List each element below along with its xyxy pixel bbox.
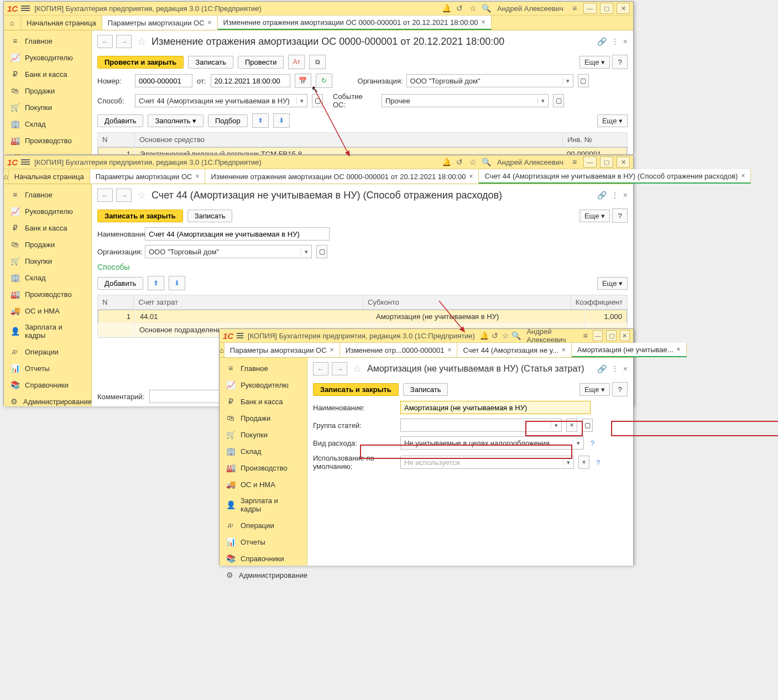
help-button[interactable]: ? <box>612 382 628 396</box>
help-button[interactable]: ? <box>612 55 628 69</box>
tab-params[interactable]: Параметры амортизации ОС× <box>102 15 218 30</box>
org-select[interactable]: ООО "Торговый дом"▾ <box>406 74 573 87</box>
date-input[interactable] <box>211 74 290 87</box>
event-select[interactable]: Прочее▾ <box>382 94 549 107</box>
hamburger-icon[interactable] <box>21 5 30 12</box>
sb-manager[interactable]: 📈Руководителю <box>4 49 91 66</box>
more-button[interactable]: Еще ▾ <box>579 56 610 69</box>
kind-select[interactable]: Не учитываемые в целях налогообложения▾ <box>400 436 584 450</box>
clear-icon[interactable]: × <box>578 456 589 469</box>
close-page-icon[interactable]: × <box>623 364 628 373</box>
tab-method[interactable]: Счет 44 (Амортизация не учитываемая в НУ… <box>479 169 751 184</box>
nav-fwd-button[interactable]: → <box>332 362 347 375</box>
calendar-icon[interactable]: 📅 <box>295 74 311 88</box>
name-input[interactable] <box>400 401 591 414</box>
link-icon[interactable]: 🔗 <box>597 191 607 200</box>
group-select[interactable]: ▾ <box>400 419 562 432</box>
bell-icon[interactable]: 🔔 <box>479 330 489 341</box>
help-button[interactable]: ? <box>612 208 628 223</box>
chevron-down-icon[interactable]: ▾ <box>537 97 548 105</box>
open-event-icon[interactable]: ▢ <box>553 94 564 107</box>
sb-manager[interactable]: 📈Руководителю <box>4 203 91 220</box>
name-input[interactable] <box>145 227 330 241</box>
add-button[interactable]: Добавить <box>97 114 143 127</box>
search-icon[interactable]: 🔍 <box>481 156 492 168</box>
close-icon[interactable]: × <box>330 346 334 354</box>
sb-production[interactable]: 🏭Производство <box>4 286 91 302</box>
chevron-down-icon[interactable]: ▾ <box>562 77 573 85</box>
tab-cost-item[interactable]: Амортизация (не учитывае...× <box>572 343 687 357</box>
close-icon[interactable]: × <box>562 346 566 354</box>
settings-lines-icon[interactable]: ≡ <box>581 330 589 341</box>
sb-bank[interactable]: ₽Банк и касса <box>4 220 91 236</box>
bell-icon[interactable]: 🔔 <box>441 3 452 14</box>
tab-change[interactable]: Изменение отр...0000-000001× <box>340 343 458 357</box>
structure-icon[interactable]: ⧉ <box>309 55 326 69</box>
tab-params[interactable]: Параметры амортизации ОС× <box>90 169 206 184</box>
sb-production[interactable]: 🏭Производство <box>4 132 91 149</box>
sb-sales[interactable]: 🛍Продажи <box>220 410 307 426</box>
close-icon[interactable]: × <box>741 172 745 180</box>
search-icon[interactable]: 🔍 <box>511 330 521 341</box>
favorite-icon[interactable]: ☆ <box>137 189 146 201</box>
nav-back-button[interactable]: ← <box>313 362 328 375</box>
history-icon[interactable]: ↺ <box>454 156 465 168</box>
write-button[interactable]: Записать <box>188 56 233 69</box>
table-more-button[interactable]: Еще ▾ <box>597 114 628 127</box>
sb-references[interactable]: 📚Справочники <box>4 377 91 393</box>
history-icon[interactable]: ↺ <box>491 330 499 341</box>
table-row[interactable]: 1 44.01 Амортизация (не учитываемая в НУ… <box>98 310 627 323</box>
table-more-button[interactable]: Еще ▾ <box>597 277 628 290</box>
clear-icon[interactable]: × <box>566 419 577 432</box>
close-icon[interactable]: × <box>195 173 199 180</box>
sb-purchases[interactable]: 🛒Покупки <box>4 253 91 269</box>
close-window-button[interactable]: ✕ <box>620 330 630 341</box>
add-button[interactable]: Добавить <box>97 277 143 290</box>
write-and-close-button[interactable]: Записать и закрыть <box>97 210 183 222</box>
method-select[interactable]: Счет 44 (Амортизация не учитываемая в НУ… <box>135 94 307 107</box>
sb-reports[interactable]: 📊Отчеты <box>220 534 307 550</box>
sb-production[interactable]: 🏭Производство <box>220 459 307 476</box>
close-icon[interactable]: × <box>469 173 473 180</box>
link-icon[interactable]: 🔗 <box>597 37 607 46</box>
chevron-down-icon[interactable]: ▾ <box>301 248 311 255</box>
home-icon[interactable]: ⌂ <box>4 169 9 184</box>
bell-icon[interactable]: 🔔 <box>441 156 452 168</box>
sb-purchases[interactable]: 🛒Покупки <box>4 99 91 116</box>
star-icon[interactable]: ☆ <box>467 156 478 168</box>
post-and-close-button[interactable]: Провести и закрыть <box>97 56 184 69</box>
more-button[interactable]: Еще ▾ <box>579 383 610 396</box>
fill-button[interactable]: Заполнить ▾ <box>148 114 203 127</box>
sb-warehouse[interactable]: 🏢Склад <box>220 443 307 459</box>
sb-warehouse[interactable]: 🏢Склад <box>4 269 91 286</box>
hamburger-icon[interactable] <box>237 332 243 339</box>
star-icon[interactable]: ☆ <box>467 3 478 14</box>
sb-admin[interactable]: ⚙Администрирование <box>4 393 91 410</box>
hamburger-icon[interactable] <box>21 159 30 165</box>
pick-button[interactable]: Подбор <box>208 114 248 127</box>
sb-manager[interactable]: 📈Руководителю <box>220 377 307 393</box>
sb-payroll[interactable]: 👤Зарплата и кадры <box>4 319 91 343</box>
sb-payroll[interactable]: 👤Зарплата и кадры <box>220 493 307 517</box>
nav-back-button[interactable]: ← <box>97 35 113 48</box>
user-name[interactable]: Андрей Алексеевич <box>497 158 563 166</box>
user-name[interactable]: Андрей Алексеевич <box>526 327 576 344</box>
star-icon[interactable]: ☆ <box>502 330 510 341</box>
tab-change[interactable]: Изменение отражения амортизации ОС 0000-… <box>205 169 479 184</box>
favorite-icon[interactable]: ☆ <box>353 363 362 375</box>
sb-sales[interactable]: 🛍Продажи <box>4 82 91 99</box>
chevron-down-icon[interactable]: ▾ <box>573 440 583 447</box>
favorite-icon[interactable]: ☆ <box>137 35 146 48</box>
tab-change-deprec[interactable]: Изменение отражения амортизации ОС 0000-… <box>218 15 492 30</box>
tab-start[interactable]: Начальная страница <box>9 169 90 184</box>
kebab-icon[interactable]: ⋮ <box>611 364 619 373</box>
sb-admin[interactable]: ⚙Администрирование <box>220 567 307 583</box>
move-down-icon[interactable]: ⬇ <box>273 113 290 128</box>
open-in-window-icon[interactable]: ▢ <box>578 74 589 87</box>
open-method-icon[interactable]: ▢ <box>312 94 323 107</box>
minimize-button[interactable]: — <box>593 330 603 341</box>
link-icon[interactable]: 🔗 <box>597 364 607 373</box>
org-select[interactable]: ООО "Торговый дом"▾ <box>145 245 312 258</box>
dt-kt-icon[interactable]: Ат <box>288 55 305 69</box>
chevron-down-icon[interactable]: ▾ <box>563 459 573 466</box>
